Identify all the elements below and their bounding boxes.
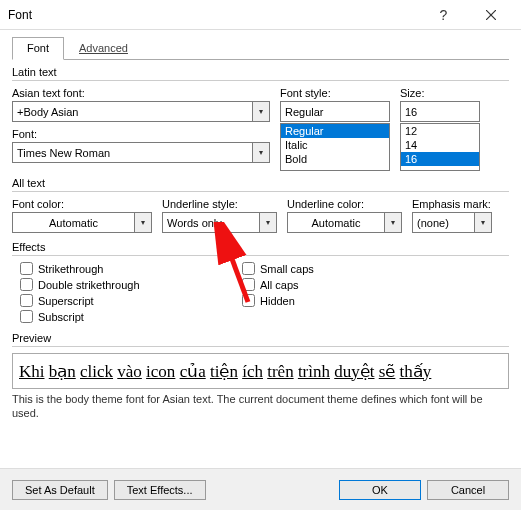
chevron-down-icon: ▾ (252, 102, 269, 121)
emphasis-combo[interactable]: (none) ▾ (412, 212, 492, 233)
underline-style-label: Underline style: (162, 198, 277, 210)
font-color-label: Font color: (12, 198, 152, 210)
small-caps-checkbox[interactable]: Small caps (242, 262, 382, 275)
chevron-down-icon: ▾ (252, 143, 269, 162)
size-label: Size: (400, 87, 480, 99)
tab-font[interactable]: Font (12, 37, 64, 60)
emphasis-label: Emphasis mark: (412, 198, 492, 210)
underline-color-combo[interactable]: Automatic ▾ (287, 212, 402, 233)
preview-box: Khi bạn click vào icon của tiện ích trên… (12, 353, 509, 389)
close-button[interactable] (468, 0, 513, 30)
list-item[interactable]: 16 (401, 152, 479, 166)
help-button[interactable]: ? (421, 0, 466, 30)
tabstrip: Font Advanced (12, 36, 509, 60)
preview-text: Khi bạn click vào icon của tiện ích trên… (19, 361, 431, 382)
divider (12, 255, 509, 256)
subscript-checkbox[interactable]: Subscript (20, 310, 232, 323)
group-latin-text: Latin text (12, 66, 509, 78)
size-input[interactable]: 16 (400, 101, 480, 122)
font-combo[interactable]: Times New Roman ▾ (12, 142, 270, 163)
asian-font-label: Asian text font: (12, 87, 270, 99)
group-effects: Effects (12, 241, 509, 253)
titlebar: Font ? (0, 0, 521, 30)
strikethrough-checkbox[interactable]: Strikethrough (20, 262, 232, 275)
preview-note: This is the body theme font for Asian te… (12, 393, 509, 421)
list-item[interactable]: 12 (401, 124, 479, 138)
font-style-list[interactable]: Regular Italic Bold (280, 123, 390, 171)
hidden-checkbox[interactable]: Hidden (242, 294, 382, 307)
chevron-down-icon: ▾ (259, 213, 276, 232)
chevron-down-icon: ▾ (474, 213, 491, 232)
double-strikethrough-checkbox[interactable]: Double strikethrough (20, 278, 232, 291)
set-as-default-button[interactable]: Set As Default (12, 480, 108, 500)
list-item[interactable]: Italic (281, 138, 389, 152)
font-label: Font: (12, 128, 270, 140)
ok-button[interactable]: OK (339, 480, 421, 500)
divider (12, 346, 509, 347)
list-item[interactable]: Bold (281, 152, 389, 166)
all-caps-checkbox[interactable]: All caps (242, 278, 382, 291)
tab-advanced[interactable]: Advanced (64, 37, 143, 60)
group-all-text: All text (12, 177, 509, 189)
font-color-combo[interactable]: Automatic ▾ (12, 212, 152, 233)
size-list[interactable]: 12 14 16 (400, 123, 480, 171)
underline-style-combo[interactable]: Words only ▾ (162, 212, 277, 233)
font-style-label: Font style: (280, 87, 390, 99)
asian-font-combo[interactable]: +Body Asian ▾ (12, 101, 270, 122)
underline-color-label: Underline color: (287, 198, 402, 210)
divider (12, 191, 509, 192)
group-preview: Preview (12, 332, 509, 344)
footer: Set As Default Text Effects... OK Cancel (0, 468, 521, 510)
cancel-button[interactable]: Cancel (427, 480, 509, 500)
chevron-down-icon: ▾ (134, 213, 151, 232)
divider (12, 80, 509, 81)
list-item[interactable]: Regular (281, 124, 389, 138)
list-item[interactable]: 14 (401, 138, 479, 152)
font-style-input[interactable]: Regular (280, 101, 390, 122)
chevron-down-icon: ▾ (384, 213, 401, 232)
superscript-checkbox[interactable]: Superscript (20, 294, 232, 307)
text-effects-button[interactable]: Text Effects... (114, 480, 206, 500)
window-title: Font (8, 8, 421, 22)
